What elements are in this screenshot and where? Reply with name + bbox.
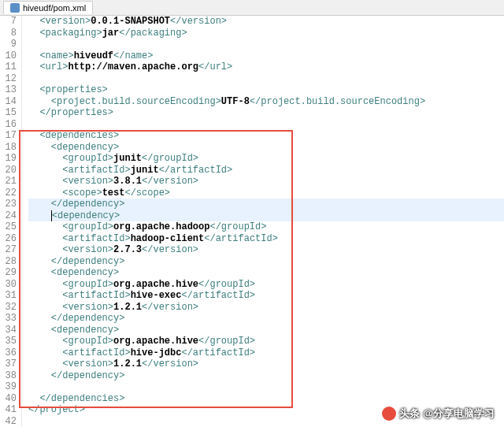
code-line[interactable]: <properties> xyxy=(28,84,504,96)
code-line[interactable]: <artifactId>hive-jdbc</artifactId> xyxy=(28,347,504,359)
line-number: 27 xyxy=(0,244,17,256)
code-line[interactable]: <packaging>jar</packaging> xyxy=(28,28,504,39)
code-line[interactable]: </dependencies> xyxy=(28,393,504,405)
line-number: 7 xyxy=(0,16,17,28)
line-number: 38 xyxy=(0,370,17,382)
code-line[interactable]: <version>1.2.1</version> xyxy=(28,358,504,370)
code-line[interactable]: <url>http://maven.apache.org</url> xyxy=(28,61,504,73)
line-number: 39 xyxy=(0,381,17,393)
watermark-prefix: 头条 xyxy=(399,407,420,421)
code-line[interactable]: <dependencies> xyxy=(28,130,504,142)
line-number: 21 xyxy=(0,176,17,188)
tab-bar: hiveudf/pom.xml xyxy=(0,0,504,16)
code-line[interactable]: <name>hiveudf</name> xyxy=(28,50,504,62)
watermark-icon xyxy=(382,407,396,421)
code-line[interactable] xyxy=(28,381,504,393)
code-line[interactable] xyxy=(28,119,504,131)
line-number: 28 xyxy=(0,256,17,268)
line-number: 17 xyxy=(0,130,17,142)
code-line[interactable]: </dependency> xyxy=(28,370,504,382)
code-line[interactable]: <scope>test</scope> xyxy=(28,188,504,199)
line-number: 42 xyxy=(0,416,17,428)
code-line[interactable]: <groupId>org.apache.hadoop</groupId> xyxy=(28,221,504,233)
code-line[interactable]: <groupId>org.apache.hive</groupId> xyxy=(28,279,504,291)
code-line[interactable]: <dependency> xyxy=(28,210,504,222)
line-number: 29 xyxy=(0,267,17,279)
line-number: 15 xyxy=(0,107,17,119)
line-number: 25 xyxy=(0,221,17,233)
line-number: 40 xyxy=(0,393,17,405)
xml-file-icon xyxy=(10,3,20,13)
code-line[interactable]: <artifactId>hive-exec</artifactId> xyxy=(28,290,504,302)
code-line[interactable]: <version>3.8.1</version> xyxy=(28,176,504,188)
line-number: 41 xyxy=(0,404,17,416)
code-line[interactable]: <groupId>org.apache.hive</groupId> xyxy=(28,336,504,347)
line-number: 26 xyxy=(0,233,17,245)
line-number: 11 xyxy=(0,61,17,73)
code-line[interactable]: <version>1.2.1</version> xyxy=(28,302,504,314)
line-number: 24 xyxy=(0,210,17,222)
line-number: 19 xyxy=(0,153,17,165)
line-number: 13 xyxy=(0,84,17,96)
code-line[interactable]: </dependency> xyxy=(28,313,504,325)
line-number: 9 xyxy=(0,39,17,50)
line-number: 34 xyxy=(0,325,17,336)
line-number: 16 xyxy=(0,119,17,131)
line-number: 33 xyxy=(0,313,17,325)
code-line[interactable]: <dependency> xyxy=(28,142,504,154)
code-editor[interactable]: 7891011121314151617181920212223242526272… xyxy=(0,16,504,427)
line-number: 18 xyxy=(0,142,17,154)
line-number: 31 xyxy=(0,290,17,302)
code-line[interactable]: <version>0.0.1-SNAPSHOT</version> xyxy=(28,16,504,28)
line-number: 35 xyxy=(0,336,17,347)
line-number: 30 xyxy=(0,279,17,291)
code-line[interactable]: <dependency> xyxy=(28,325,504,336)
code-line[interactable]: </properties> xyxy=(28,107,504,119)
line-number: 14 xyxy=(0,96,17,108)
code-line[interactable]: </dependency> xyxy=(28,256,504,268)
code-line[interactable] xyxy=(28,73,504,85)
line-number: 23 xyxy=(0,199,17,210)
line-number: 37 xyxy=(0,358,17,370)
code-area[interactable]: <version>0.0.1-SNAPSHOT</version> <packa… xyxy=(22,16,504,427)
code-line[interactable]: <dependency> xyxy=(28,267,504,279)
line-number: 32 xyxy=(0,302,17,314)
file-tab[interactable]: hiveudf/pom.xml xyxy=(3,1,93,14)
code-line[interactable]: <version>2.7.3</version> xyxy=(28,244,504,256)
code-line[interactable]: <artifactId>junit</artifactId> xyxy=(28,165,504,176)
line-number-gutter: 7891011121314151617181920212223242526272… xyxy=(0,16,22,427)
tab-label: hiveudf/pom.xml xyxy=(23,3,86,13)
code-line[interactable] xyxy=(28,39,504,50)
watermark: 头条 @分享电脑学习 xyxy=(382,407,495,421)
line-number: 10 xyxy=(0,50,17,62)
code-line[interactable]: <groupId>junit</groupId> xyxy=(28,153,504,165)
code-line[interactable]: <artifactId>hadoop-client</artifactId> xyxy=(28,233,504,245)
line-number: 8 xyxy=(0,28,17,39)
watermark-text: @分享电脑学习 xyxy=(423,407,495,421)
line-number: 36 xyxy=(0,347,17,359)
line-number: 12 xyxy=(0,73,17,85)
line-number: 20 xyxy=(0,165,17,176)
line-number: 22 xyxy=(0,188,17,199)
code-line[interactable]: <project.build.sourceEncoding>UTF-8</pro… xyxy=(28,96,504,108)
code-line[interactable]: </dependency> xyxy=(28,199,504,210)
